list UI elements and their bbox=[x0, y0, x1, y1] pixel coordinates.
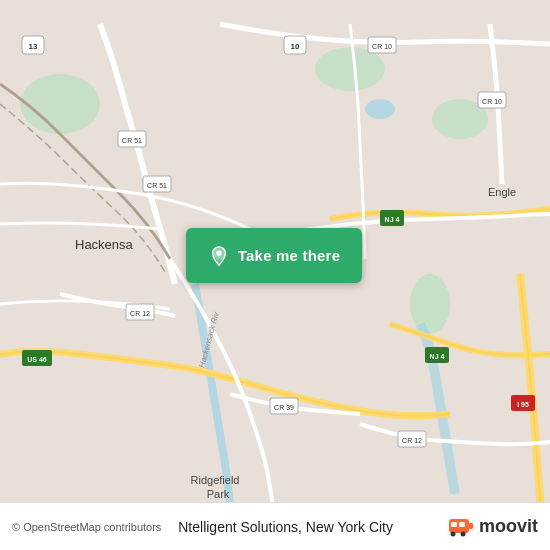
svg-text:CR 51: CR 51 bbox=[147, 182, 167, 189]
moovit-icon bbox=[447, 513, 475, 541]
svg-rect-43 bbox=[459, 522, 465, 527]
svg-rect-42 bbox=[451, 522, 457, 527]
svg-rect-46 bbox=[469, 523, 473, 529]
svg-point-7 bbox=[365, 99, 395, 119]
moovit-text: moovit bbox=[479, 516, 538, 537]
svg-text:10: 10 bbox=[291, 42, 300, 51]
svg-text:CR 12: CR 12 bbox=[402, 437, 422, 444]
location-label: Ntelligent Solutions, New York City bbox=[178, 519, 393, 535]
location-pin-icon bbox=[208, 245, 230, 267]
svg-point-5 bbox=[20, 74, 100, 134]
svg-text:CR 10: CR 10 bbox=[482, 98, 502, 105]
svg-point-3 bbox=[315, 47, 385, 91]
bottom-left: © OpenStreetMap contributors Ntelligent … bbox=[12, 518, 393, 536]
svg-point-45 bbox=[460, 531, 465, 536]
take-me-there-button[interactable]: Take me there bbox=[186, 228, 362, 283]
svg-text:Park: Park bbox=[207, 488, 230, 500]
svg-point-40 bbox=[216, 250, 222, 256]
moovit-logo: moovit bbox=[447, 513, 538, 541]
svg-text:I 95: I 95 bbox=[517, 401, 529, 408]
svg-point-44 bbox=[450, 531, 455, 536]
map-container: Hackensack Riv 13 10 CR 51 CR 51 CR 10 C… bbox=[0, 0, 550, 550]
take-me-there-label: Take me there bbox=[238, 247, 340, 264]
svg-text:NJ 4: NJ 4 bbox=[430, 353, 445, 360]
svg-text:CR 10: CR 10 bbox=[372, 43, 392, 50]
svg-text:Ridgefield: Ridgefield bbox=[191, 474, 240, 486]
svg-text:CR 39: CR 39 bbox=[274, 404, 294, 411]
svg-text:US 46: US 46 bbox=[27, 356, 47, 363]
svg-text:CR 51: CR 51 bbox=[122, 137, 142, 144]
svg-point-6 bbox=[410, 274, 450, 334]
svg-text:13: 13 bbox=[29, 42, 38, 51]
svg-text:Engle: Engle bbox=[488, 186, 516, 198]
svg-text:NJ 4: NJ 4 bbox=[385, 216, 400, 223]
svg-text:Hackensa: Hackensa bbox=[75, 237, 134, 252]
svg-text:CR 12: CR 12 bbox=[130, 310, 150, 317]
bottom-bar: © OpenStreetMap contributors Ntelligent … bbox=[0, 502, 550, 550]
attribution-text: © OpenStreetMap contributors bbox=[12, 521, 161, 533]
